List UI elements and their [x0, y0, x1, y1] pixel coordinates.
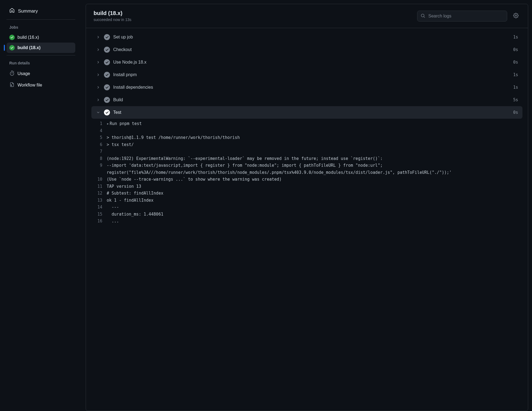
home-icon [9, 8, 15, 14]
log-line: 9--import 'data:text/javascript,import {… [91, 162, 522, 176]
log-line: 8(node:1922) ExperimentalWarning: `--exp… [91, 155, 522, 162]
svg-point-5 [421, 14, 424, 17]
log-line-number: 15 [91, 211, 107, 218]
step-row[interactable]: Install dependencies1s [91, 81, 522, 94]
log-line-number: 6 [91, 141, 107, 148]
log-output: 1▸Run pnpm test45> thorish@1.1.9 test /h… [91, 119, 522, 228]
job-header: build (18.x) succeeded now in 13s [86, 4, 528, 28]
chevron-down-icon [96, 111, 101, 114]
log-line-content: ok 1 - findAllIndex [107, 197, 522, 204]
step-name: Set up job [113, 35, 510, 40]
step-row[interactable]: Install pnpm1s [91, 68, 522, 81]
step-name: Install pnpm [113, 72, 510, 77]
log-line-number: 9 [91, 162, 107, 176]
sidebar-detail-item[interactable]: Usage [7, 68, 75, 79]
step-success-icon [104, 97, 110, 103]
log-line-number: 10 [91, 176, 107, 183]
log-line-content: ... [107, 218, 522, 225]
log-line-content [107, 148, 522, 155]
job-label: build (18.x) [17, 45, 40, 50]
chevron-right-icon [96, 98, 101, 102]
log-line: 13ok 1 - findAllIndex [91, 197, 522, 204]
search-icon [420, 13, 425, 19]
chevron-right-icon [96, 35, 101, 39]
log-line-content: duration_ms: 1.448061 [107, 211, 522, 218]
log-line: 15 duration_ms: 1.448061 [91, 211, 522, 218]
sidebar-job-item[interactable]: build (18.x) [7, 43, 75, 53]
log-line-content: > tsx test/ [107, 141, 522, 148]
log-line-content: ▸Run pnpm test [107, 120, 522, 127]
success-check-icon [9, 35, 15, 40]
gear-icon [513, 13, 519, 19]
step-success-icon [104, 72, 110, 78]
log-line: 14 --- [91, 204, 522, 211]
log-line: 6> tsx test/ [91, 141, 522, 148]
sidebar-summary-label: Summary [18, 8, 38, 14]
step-duration: 1s [513, 85, 518, 90]
step-name: Install dependencies [113, 85, 510, 90]
step-duration: 0s [513, 47, 518, 52]
job-panel: build (18.x) succeeded now in 13s Set up… [86, 4, 528, 411]
log-line-content: # Subtest: findAllIndex [107, 190, 522, 197]
log-line-number: 1 [91, 120, 107, 127]
step-duration: 0s [513, 110, 518, 115]
log-line: 11TAP version 13 [91, 183, 522, 190]
log-line: 5> thorish@1.1.9 test /home/runner/work/… [91, 134, 522, 141]
log-line: 4 [91, 127, 522, 135]
chevron-right-icon [96, 73, 101, 77]
detail-label: Usage [17, 71, 30, 76]
log-line-content: (node:1922) ExperimentalWarning: `--expe… [107, 155, 522, 162]
log-line: 7 [91, 148, 522, 155]
log-line: 10(Use `node --trace-warnings ...` to sh… [91, 176, 522, 183]
sidebar-details-heading: Run details [7, 59, 75, 68]
sidebar-summary[interactable]: Summary [7, 5, 75, 17]
log-line-content: --import 'data:text/javascript,import { … [107, 162, 522, 176]
detail-label: Workflow file [17, 83, 42, 88]
log-line-number: 4 [91, 127, 107, 135]
log-line: 12# Subtest: findAllIndex [91, 190, 522, 197]
step-name: Use Node.js 18.x [113, 60, 510, 65]
log-line-content [107, 127, 522, 135]
log-line-number: 14 [91, 204, 107, 211]
sidebar-jobs-heading: Jobs [7, 23, 75, 32]
chevron-right-icon [96, 48, 101, 52]
sidebar: Summary Jobs build (16.x)build (18.x) Ru… [0, 0, 82, 411]
job-subtitle: succeeded now in 13s [94, 17, 413, 22]
step-success-icon [104, 34, 110, 40]
log-line-content: TAP version 13 [107, 183, 522, 190]
settings-button[interactable] [512, 11, 520, 21]
step-success-icon [104, 84, 110, 90]
step-row[interactable]: Test0s [91, 106, 522, 119]
step-row[interactable]: Checkout0s [91, 43, 522, 56]
sidebar-detail-item[interactable]: Workflow file [7, 79, 75, 91]
log-line: 1▸Run pnpm test [91, 120, 522, 127]
search-input[interactable] [417, 11, 507, 22]
sidebar-job-item[interactable]: build (16.x) [7, 32, 75, 43]
step-success-icon [104, 59, 110, 65]
chevron-right-icon [96, 85, 101, 89]
log-line-number: 5 [91, 134, 107, 141]
job-title: build (18.x) [94, 10, 413, 16]
log-line-number: 8 [91, 155, 107, 162]
step-row[interactable]: Set up job1s [91, 31, 522, 43]
svg-line-6 [424, 16, 425, 17]
success-check-icon [9, 45, 15, 50]
svg-point-7 [515, 15, 517, 16]
step-success-icon [104, 47, 110, 53]
stopwatch-icon [9, 70, 15, 77]
step-duration: 0s [513, 60, 518, 65]
step-name: Checkout [113, 47, 510, 52]
log-line-number: 16 [91, 218, 107, 225]
log-line-number: 12 [91, 190, 107, 197]
workflow-file-icon [9, 82, 15, 88]
step-name: Test [113, 110, 510, 115]
log-line-number: 7 [91, 148, 107, 155]
log-line: 16 ... [91, 218, 522, 225]
log-line-content: (Use `node --trace-warnings ...` to show… [107, 176, 522, 183]
step-duration: 5s [513, 97, 518, 102]
step-row[interactable]: Use Node.js 18.x0s [91, 56, 522, 68]
log-line-content: --- [107, 204, 522, 211]
log-line-number: 11 [91, 183, 107, 190]
log-line-number: 13 [91, 197, 107, 204]
step-row[interactable]: Build5s [91, 94, 522, 106]
